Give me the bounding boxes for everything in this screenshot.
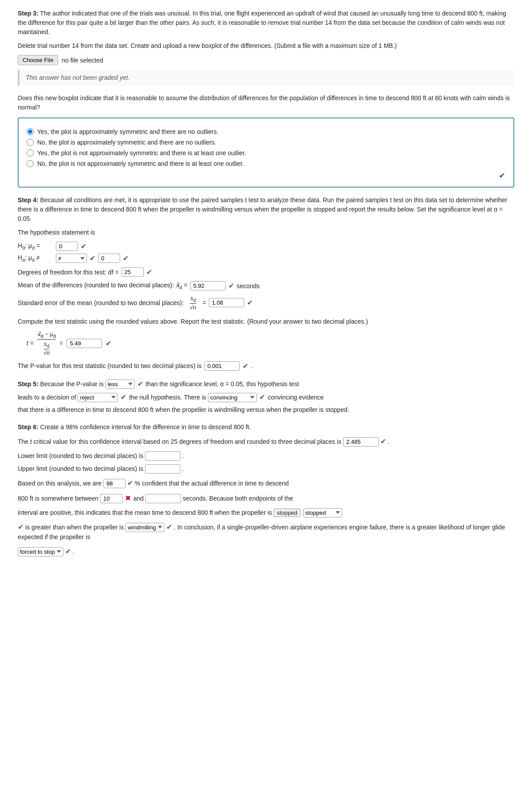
pvalue-row: The P-value for this test statistic (rou… [18,361,514,371]
radio-group: Yes, the plot is approximately symmetric… [18,117,514,188]
confidence-pct-input[interactable] [103,479,125,488]
t-label: t = [27,340,34,347]
is-greater-text: is greater than when the propeller is [25,524,125,531]
between-input[interactable] [100,494,122,503]
t-den-den: √n [43,349,50,356]
step5-section: Step 5: Because the P-value is less grea… [18,379,514,415]
stopped-dropdown[interactable]: stopped windmilling [303,508,342,517]
between-cross: ✖ [125,494,131,502]
conclusion-line4: ✔ is greater than when the propeller is … [18,522,514,542]
radio-input-1[interactable] [27,128,34,135]
decision-dropdown[interactable]: reject fail to reject accept [78,393,118,402]
step6-section: Step 6: Create a 98% confidence interval… [18,423,514,557]
ha-check2: ✔ [123,254,129,262]
step5-decision-prefix: leads to a decision of [18,394,78,401]
mean-input[interactable] [190,281,226,290]
tcrit-checkmark: ✔ [380,438,386,445]
mean-label: Mean of the differences (rounded to two … [18,282,188,290]
choose-file-button[interactable]: Choose File [18,55,58,65]
step5-check2: ✔ [121,393,126,401]
graded-notice: This answer has not been graded yet. [18,70,514,86]
step5-check3: ✔ [259,393,265,401]
forced-stop-checkmark: ✔ [65,548,71,555]
conf-checkmark: ✔ [127,479,133,487]
mean-row: Mean of the differences (rounded to two … [18,281,514,290]
conclusion-line1: Based on this analysis, we are ✔ % confi… [18,478,514,489]
windmilling-dropdown[interactable]: windmilling stopped [125,523,164,532]
lower-label: Lower limit (rounded to two decimal plac… [18,452,143,459]
radio-input-3[interactable] [27,149,34,157]
step3-instruction: Delete trial number 14 from the data set… [18,41,514,51]
upper-limit-line: Upper limit (rounded to two decimal plac… [18,464,514,474]
radio-option-3: Yes, the plot is not approximately symme… [27,149,505,157]
se-input[interactable] [209,298,244,307]
graded-text: This answer has not been graded yet. [26,74,129,81]
pvalue-label: The P-value for this test statistic (rou… [18,362,202,369]
and-input[interactable] [145,494,181,503]
t-den-num: sd [44,341,50,349]
step3-text: The author indicated that one of the tri… [18,10,506,35]
and-text: and [133,495,145,502]
confidence-suffix: % confident that the actual difference i… [135,480,289,487]
conclusion-line2: 800 ft is somewhere between ✖ and second… [18,493,514,504]
step6-heading-line: Step 6: Create a 98% confidence interval… [18,423,514,432]
step6-tcrit-text: The t critical value for this confidence… [18,438,343,445]
ha-row: Ha: μd ≠ ≠ < > ✔ ✔ [18,254,514,263]
step6-tcrit-line: The t critical value for this confidence… [18,436,514,447]
seconds-text: seconds. Because both endpoints of the [183,495,293,502]
step4-heading: Step 4: [18,196,39,204]
step4-text: Because all conditions are met, it is ap… [18,196,507,222]
step6-body: Create a 98% confidence interval for the… [40,423,251,431]
lower-input[interactable] [145,451,180,461]
t-equals: = [59,340,63,347]
t-checkmark: ✔ [106,339,111,348]
tcrit-input[interactable] [343,437,379,446]
final-period: . [73,548,74,555]
se-fraction: sd √n [188,295,198,311]
between-prefix: 800 ft is somewhere between [18,495,100,502]
h0-input[interactable] [56,242,78,251]
se-equals: = [203,299,206,306]
upper-label: Upper limit (rounded to two decimal plac… [18,465,143,472]
mean-unit: seconds [237,282,260,290]
radio-checkmark: ✔ [499,171,505,180]
forced-stop-dropdown[interactable]: forced to stop windmilling [18,547,63,556]
mean-checkmark: ✔ [228,282,234,290]
pvalue-period: . [251,362,253,369]
ha-input[interactable] [98,254,120,263]
df-input[interactable] [121,267,144,277]
step5-evidence: convincing evidence [268,394,324,401]
step5-line2: leads to a decision of reject fail to re… [18,392,514,403]
step4-body: Step 4: Because all conditions are met, … [18,196,514,223]
normal-question-body: Does this new boxplot indicate that it i… [18,94,514,112]
ha-label: Ha: μd ≠ [18,254,53,262]
pvalue-input[interactable] [204,361,240,371]
tcrit-period: . [388,438,390,445]
ha-check1: ✔ [90,254,95,262]
se-fraction-display: sd √n [190,295,196,311]
df-label: Degrees of freedom for this test: df = [18,269,119,276]
upper-period: . [182,465,184,472]
ha-dropdown[interactable]: ≠ < > [56,254,87,263]
upper-input[interactable] [145,464,180,474]
radio-label-3: Yes, the plot is not approximately symme… [37,149,246,157]
radio-input-2[interactable] [27,139,34,146]
radio-input-4[interactable] [27,160,34,167]
se-checkmark: ✔ [247,298,253,307]
normal-question-section: Does this new boxplot indicate that it i… [18,94,514,188]
step5-than-text: than the significance level, α = 0.05, t… [145,380,299,388]
step5-prefix: Because the P-value is [40,380,106,388]
lower-period: . [182,452,184,459]
stopped-tag: stopped [274,509,300,517]
radio-option-2: No, the plot is approximately symmetric … [27,139,505,146]
evidence-dropdown[interactable]: convincing no convincing [208,393,257,402]
se-fraction-den: √n [190,304,196,311]
pvalue-checkmark: ✔ [243,362,248,370]
pvalue-compare-dropdown[interactable]: less greater [106,380,135,389]
h0-label: H0: μd = [18,242,53,251]
conclusion-prefix: Based on this analysis, we are [18,480,103,487]
step5-line1: Step 5: Because the P-value is less grea… [18,379,514,389]
radio-label-2: No, the plot is approximately symmetric … [37,139,216,146]
t-input[interactable] [66,339,102,348]
radio-label-1: Yes, the plot is approximately symmetric… [37,128,219,135]
